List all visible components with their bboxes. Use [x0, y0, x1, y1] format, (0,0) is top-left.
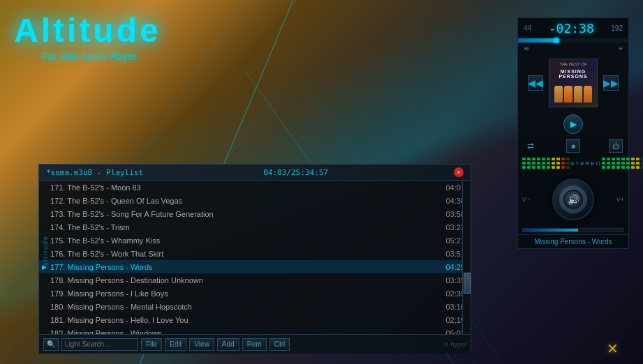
playlist-item-name: 177. Missing Persons - Words [50, 263, 438, 271]
volume-right-value: 192 [611, 24, 623, 32]
vol-label-left: V - [522, 196, 531, 203]
vu-dot [552, 158, 555, 160]
player-progress-dot [554, 38, 559, 43]
playlist-item[interactable]: 171. The B-52's - Moon 83 04:01 [39, 181, 471, 194]
playlist-toolbar: 🔍 File Edit View Add Rem Ctrl ∧ hyper [39, 334, 471, 354]
player-controls-bar: ≋ ≡ [518, 43, 628, 54]
album-art-label: THE BEST OF [549, 62, 597, 68]
playlist-panel: *soma.m3u8 - Playlist 04:03/25:34:57 × 1… [38, 164, 471, 352]
vu-dot [616, 162, 620, 165]
playlist-item[interactable]: 173. The B-52's - Song For A Future Gene… [39, 207, 471, 220]
playlist-item[interactable]: 180. Missing Persons - Mental Hopscotch … [39, 300, 471, 313]
vu-dot [616, 158, 620, 160]
edit-button[interactable]: Edit [165, 338, 186, 351]
vu-dot [552, 162, 555, 165]
playlist-item[interactable]: 181. Missing Persons - Hello, I Love You… [39, 313, 471, 326]
playlist-item[interactable]: 177. Missing Persons - Words 04:29 [39, 260, 471, 273]
vu-dot [607, 162, 610, 165]
player-art-section: ◀◀ THE BEST OF MISSING PERSONS ▶▶ [518, 54, 628, 112]
playlist-item[interactable]: 178. Missing Persons - Destination Unkno… [39, 273, 471, 287]
playlist-scrollbar[interactable] [462, 181, 471, 334]
vu-dot [626, 162, 630, 165]
vu-dot [561, 162, 565, 165]
vu-dot [547, 162, 550, 165]
volume-bar-track[interactable] [522, 228, 624, 232]
player-topbar: 44 -02:38 192 [518, 18, 628, 38]
playlist-item[interactable]: 172. The B-52's - Queen Of Las Vegas 04:… [39, 194, 471, 207]
vu-dot [631, 162, 635, 165]
vu-dots-left [522, 158, 570, 169]
side-label-text: altitude [42, 235, 49, 266]
playlist-item[interactable]: 176. The B-52's - Work That Skirt 03:51 [39, 247, 471, 260]
vu-dot [537, 166, 540, 169]
playlist-items-container: 171. The B-52's - Moon 83 04:01 172. The… [39, 181, 471, 334]
playlist-title: *soma.m3u8 - Playlist [46, 168, 143, 177]
playlist-item-name: 178. Missing Persons - Destination Unkno… [50, 276, 438, 285]
power-button[interactable]: ⏻ [609, 139, 623, 153]
playlist-scrollbar-thumb[interactable] [464, 273, 471, 294]
album-art: THE BEST OF MISSING PERSONS [549, 59, 598, 107]
vu-dot [566, 158, 570, 160]
player-progress-fill [518, 38, 556, 43]
vu-dot [552, 166, 555, 169]
rem-button[interactable]: Rem [242, 338, 267, 351]
vu-dot [636, 162, 640, 165]
album-art-band: MISSING PERSONS [549, 69, 597, 79]
ctrl-button[interactable]: Ctrl [269, 338, 290, 351]
vu-dot [542, 166, 545, 169]
eq-icon[interactable]: ≋ [524, 45, 529, 52]
view-button[interactable]: View [189, 338, 214, 351]
vu-dot [626, 158, 630, 160]
figure-2 [564, 86, 572, 103]
vu-dot [532, 166, 535, 169]
playlist-content: 171. The B-52's - Moon 83 04:01 172. The… [39, 181, 471, 334]
vu-dot [527, 162, 531, 165]
search-icon-button[interactable]: 🔍 [43, 338, 59, 351]
player-progress-bar[interactable] [518, 38, 628, 43]
playlist-item-name: 180. Missing Persons - Mental Hopscotch [50, 303, 438, 311]
volume-knob[interactable]: 🔊 [551, 176, 596, 222]
vu-dot [561, 158, 565, 160]
knob-outer: 🔊 [552, 179, 594, 220]
toolbar-brand: ∧ hyper [444, 341, 466, 348]
playlist-item[interactable]: 175. The B-52's - Whammy Kiss 05:21 [39, 234, 471, 247]
vu-dot [636, 166, 640, 169]
vu-dot [602, 166, 605, 169]
vu-dot [522, 166, 526, 169]
add-button[interactable]: Add [217, 338, 239, 351]
vu-dot [532, 158, 535, 160]
vol-label-right: V+ [616, 196, 624, 203]
playlist-header: *soma.m3u8 - Playlist 04:03/25:34:57 × [39, 165, 471, 181]
next-button[interactable]: ▶▶ [603, 75, 619, 91]
playlist-item-name: 171. The B-52's - Moon 83 [50, 183, 438, 192]
player-play-row: ▶ [518, 112, 628, 137]
playlist-item-name: 182. Missing Persons - Windows [50, 329, 438, 335]
playlist-item-name: 175. The B-52's - Whammy Kiss [50, 236, 438, 245]
figure-4 [584, 86, 592, 103]
prev-button[interactable]: ◀◀ [528, 75, 543, 91]
vu-dot [612, 162, 615, 165]
playlist-close-button[interactable]: × [454, 167, 464, 177]
playlist-item[interactable]: 182. Missing Persons - Windows 05:02 [39, 326, 471, 334]
stop-button[interactable]: ■ [566, 139, 580, 153]
shuffle-button[interactable]: ⇄ [524, 139, 538, 153]
vu-dot [612, 158, 615, 160]
vol-bar-section [518, 226, 628, 234]
time-display: -02:38 [549, 21, 594, 36]
file-button[interactable]: File [141, 338, 162, 351]
vu-dots-right [602, 158, 643, 169]
vu-dot [561, 166, 565, 169]
player-close-button[interactable]: ✕ [607, 340, 619, 357]
playlist-item[interactable]: 179. Missing Persons - I Like Boys 02:39 [39, 287, 471, 300]
playlist-item-name: 176. The B-52's - Work That Skirt [50, 250, 438, 258]
play-button[interactable]: ▶ [563, 114, 583, 134]
album-art-inner: THE BEST OF MISSING PERSONS [549, 59, 597, 107]
menu-icon[interactable]: ≡ [619, 45, 623, 52]
playlist-item[interactable]: 174. The B-52's - Trism 03:23 [39, 220, 471, 234]
vu-dot [621, 158, 625, 160]
vu-dot [566, 162, 570, 165]
vu-dot [527, 166, 531, 169]
volume-left-value: 44 [524, 24, 531, 32]
vu-dot [621, 162, 625, 165]
search-input[interactable] [61, 338, 138, 351]
